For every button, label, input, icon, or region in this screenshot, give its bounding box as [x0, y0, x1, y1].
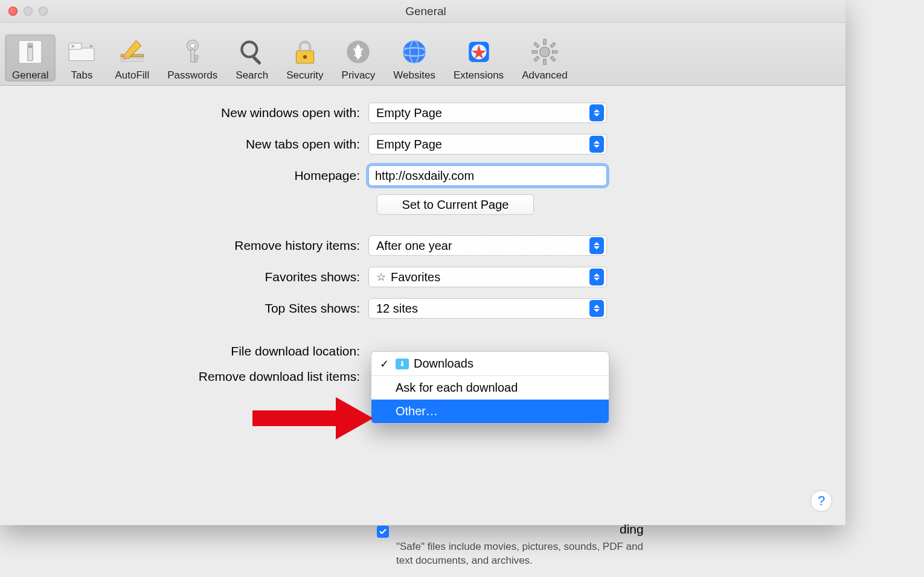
tab-websites[interactable]: Websites — [386, 34, 443, 81]
favorites-value: Favorites — [391, 270, 440, 284]
preferences-window: General General ✕+ Tabs AutoFill Pas — [0, 0, 845, 525]
open-safe-files-subtext: "Safe" files include movies, pictures, s… — [396, 540, 656, 568]
download-location-option-ask[interactable]: Ask for each download — [371, 376, 609, 400]
security-icon — [290, 37, 320, 67]
tab-label: Security — [286, 69, 323, 81]
svg-point-21 — [403, 40, 426, 63]
preferences-toolbar: General ✕+ Tabs AutoFill Passwords Searc… — [0, 23, 845, 86]
menu-item-label: Other… — [396, 404, 438, 418]
new-tabs-label: New tabs open with: — [0, 137, 368, 151]
topsites-select[interactable]: 12 sites — [368, 298, 607, 319]
tab-label: AutoFill — [115, 69, 149, 81]
remove-downloads-label: Remove download list items: — [0, 369, 368, 384]
svg-rect-2 — [28, 45, 32, 48]
svg-rect-13 — [191, 49, 194, 62]
open-safe-files-checkbox[interactable] — [377, 526, 389, 538]
tab-label: Privacy — [342, 69, 376, 81]
checkmark-icon: ✓ — [380, 357, 391, 371]
tab-search[interactable]: Search — [228, 34, 275, 81]
svg-rect-29 — [544, 60, 546, 65]
new-tabs-select[interactable]: Empty Page — [368, 134, 607, 155]
download-location-option-downloads[interactable]: ✓ ⬇ Downloads — [371, 352, 609, 375]
topsites-value: 12 sites — [376, 302, 418, 316]
general-icon — [15, 37, 45, 67]
advanced-icon — [530, 37, 560, 67]
svg-point-19 — [303, 55, 307, 59]
popup-stepper-icon — [589, 136, 604, 153]
svg-rect-34 — [550, 42, 556, 48]
homepage-input[interactable] — [368, 165, 607, 186]
websites-icon — [399, 37, 429, 67]
remove-history-select[interactable]: After one year — [368, 235, 607, 256]
tab-passwords[interactable]: Passwords — [160, 34, 225, 81]
favorites-label: Favorites shows: — [0, 270, 368, 284]
tab-label: Search — [236, 69, 268, 81]
search-icon — [237, 37, 267, 67]
set-current-page-button[interactable]: Set to Current Page — [377, 194, 534, 215]
extensions-icon — [464, 37, 494, 67]
tab-autofill[interactable]: AutoFill — [107, 34, 156, 81]
folder-icon: ⬇ — [396, 359, 409, 369]
open-safe-files-row: Open "safe" files after downloading ding… — [377, 524, 679, 568]
tab-label: Passwords — [167, 69, 217, 81]
svg-point-12 — [190, 43, 195, 48]
privacy-icon — [343, 37, 373, 67]
star-icon: ☆ — [376, 270, 386, 284]
tab-extensions[interactable]: Extensions — [446, 34, 511, 81]
svg-rect-3 — [69, 48, 95, 61]
tab-label: Tabs — [71, 69, 93, 81]
topsites-label: Top Sites shows: — [0, 301, 368, 316]
svg-rect-35 — [534, 56, 539, 62]
homepage-label: Homepage: — [0, 168, 368, 183]
svg-point-27 — [540, 47, 550, 57]
svg-rect-30 — [532, 51, 537, 53]
tab-tabs[interactable]: ✕+ Tabs — [59, 34, 104, 81]
new-windows-label: New windows open with: — [0, 106, 368, 120]
download-location-menu: ✓ ⬇ Downloads Ask for each download Othe… — [371, 351, 609, 424]
tab-label: Advanced — [522, 69, 568, 81]
svg-rect-17 — [252, 56, 261, 65]
new-windows-select[interactable]: Empty Page — [368, 103, 607, 123]
favorites-select[interactable]: ☆Favorites — [368, 267, 607, 287]
general-preferences-panel: New windows open with: Empty Page New ta… — [0, 86, 845, 525]
svg-rect-32 — [534, 42, 539, 48]
popup-stepper-icon — [589, 300, 604, 317]
svg-text:✕: ✕ — [71, 43, 76, 49]
menu-item-label: Downloads — [414, 357, 473, 371]
popup-stepper-icon — [589, 269, 604, 285]
menu-item-label: Ask for each download — [396, 381, 518, 395]
svg-point-16 — [242, 42, 257, 57]
tab-security[interactable]: Security — [279, 34, 330, 81]
download-location-option-other[interactable]: Other… — [371, 400, 609, 423]
autofill-icon — [117, 37, 147, 67]
remove-history-label: Remove history items: — [0, 238, 368, 253]
download-location-label: File download location: — [0, 344, 368, 359]
popup-stepper-icon — [589, 237, 604, 254]
svg-text:+: + — [89, 42, 94, 49]
svg-rect-15 — [194, 60, 197, 62]
svg-rect-33 — [550, 56, 556, 62]
svg-rect-28 — [544, 39, 546, 44]
new-tabs-value: Empty Page — [376, 138, 442, 151]
popup-stepper-icon — [589, 104, 604, 121]
window-title: General — [14, 5, 837, 18]
tab-advanced[interactable]: Advanced — [515, 34, 575, 81]
help-button[interactable]: ? — [810, 490, 832, 512]
remove-history-value: After one year — [376, 239, 452, 253]
svg-rect-14 — [194, 56, 198, 58]
tab-general[interactable]: General — [5, 34, 56, 81]
new-windows-value: Empty Page — [376, 106, 442, 120]
tab-privacy[interactable]: Privacy — [335, 34, 383, 81]
passwords-icon — [178, 37, 208, 67]
tab-label: General — [12, 69, 48, 81]
titlebar: General — [0, 0, 845, 23]
tabs-icon: ✕+ — [66, 37, 97, 67]
svg-rect-31 — [552, 51, 557, 53]
tab-label: Extensions — [454, 69, 504, 81]
open-safe-text-fragment: ding — [620, 522, 656, 537]
annotation-arrow-icon — [252, 397, 373, 439]
tab-label: Websites — [393, 69, 435, 81]
